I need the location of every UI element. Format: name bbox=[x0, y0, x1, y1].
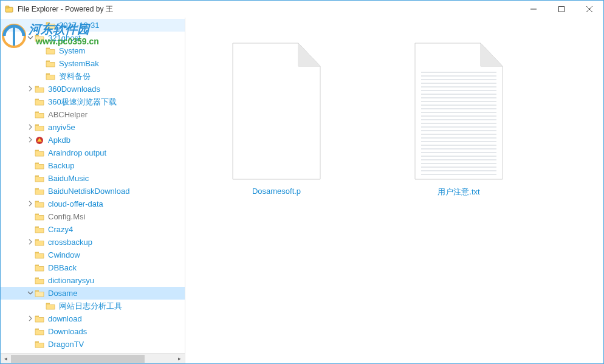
tree-item-label: 360极速浏览器下载 bbox=[48, 97, 117, 108]
sidebar-tree-panel: 河东软件园 www.pc0359.cn 2017-12-31321ghostSy… bbox=[1, 18, 185, 363]
tree-item-label: crossbackup bbox=[48, 238, 92, 247]
tree-item[interactable]: BaiduNetdiskDownload bbox=[1, 185, 185, 197]
tree-item-label: Downloads bbox=[48, 327, 87, 336]
chevron-right-icon[interactable] bbox=[26, 239, 35, 246]
tree-item[interactable]: download bbox=[1, 312, 185, 325]
folder-icon bbox=[35, 213, 44, 221]
chevron-right-icon[interactable] bbox=[26, 86, 35, 93]
chevron-right-icon[interactable] bbox=[26, 201, 35, 208]
tree-item[interactable]: DBBack bbox=[1, 261, 185, 274]
tree-item[interactable]: 360Downloads bbox=[1, 83, 185, 95]
close-button[interactable] bbox=[575, 1, 603, 18]
file-item[interactable]: 用户注意.txt bbox=[404, 42, 513, 197]
tree-item[interactable]: BaiduMusic bbox=[1, 172, 185, 185]
chevron-down-icon[interactable] bbox=[26, 35, 35, 42]
maximize-button[interactable] bbox=[547, 1, 575, 18]
folder-icon bbox=[35, 264, 44, 272]
tree-item-label: 360Downloads bbox=[48, 84, 100, 94]
folder-icon bbox=[35, 34, 44, 43]
folder-icon bbox=[35, 200, 44, 208]
tree-item-label: Crazy4 bbox=[48, 225, 73, 234]
tree-item-label: Dosame bbox=[48, 289, 77, 298]
tree-item-label: dictionarysyu bbox=[48, 276, 94, 285]
svg-rect-3 bbox=[559, 7, 565, 12]
tree-item[interactable]: Araindrop output bbox=[1, 146, 185, 159]
tree-item[interactable]: ABCHelper bbox=[1, 108, 185, 121]
tree-item[interactable]: 资料备份 bbox=[1, 70, 185, 83]
tree-item[interactable]: dictionarysyu bbox=[1, 274, 185, 287]
tree-item-label: BaiduNetdiskDownload bbox=[48, 187, 129, 196]
tree-item-label: ABCHelper bbox=[48, 110, 88, 119]
folder-icon bbox=[35, 328, 44, 336]
folder-icon bbox=[35, 111, 44, 119]
svg-rect-1 bbox=[5, 6, 9, 8]
minimize-button[interactable] bbox=[520, 1, 547, 18]
file-label: Dosamesoft.p bbox=[252, 187, 301, 196]
tree-item-label: download bbox=[48, 314, 82, 323]
tree-item[interactable]: crossbackup bbox=[1, 236, 185, 249]
folder-tree[interactable]: 2017-12-31321ghostSystemSystemBak资料备份360… bbox=[1, 18, 185, 353]
tree-item[interactable]: cloud-offer-data bbox=[1, 197, 185, 210]
folder-icon bbox=[35, 238, 44, 247]
tree-item[interactable]: DragonTV bbox=[1, 338, 185, 351]
file-pane[interactable]: Dosamesoft.p 用户注意.txt bbox=[185, 18, 603, 363]
tree-item-label: BaiduMusic bbox=[48, 174, 89, 183]
folder-icon bbox=[35, 289, 44, 298]
window-title: File Explorer - Powered by 王 bbox=[18, 4, 520, 15]
scroll-right-button[interactable]: ▸ bbox=[174, 354, 185, 364]
tree-item-label: 2017-12-31 bbox=[59, 21, 100, 30]
tree-item[interactable]: System bbox=[1, 44, 185, 57]
content-area: 河东软件园 www.pc0359.cn 2017-12-31321ghostSy… bbox=[1, 18, 603, 363]
tree-item-label: Backup bbox=[48, 161, 74, 170]
tree-item[interactable]: Downloads bbox=[1, 325, 185, 338]
app-icon bbox=[4, 4, 14, 14]
folder-icon bbox=[35, 162, 44, 170]
folder-icon bbox=[35, 225, 44, 234]
scroll-track[interactable] bbox=[11, 354, 174, 363]
tree-item[interactable]: Crazy4 bbox=[1, 223, 185, 236]
tree-item-label: Araindrop output bbox=[48, 148, 106, 157]
titlebar: File Explorer - Powered by 王 bbox=[1, 1, 603, 18]
tree-item-label: anyiv5e bbox=[48, 123, 75, 132]
folder-icon bbox=[46, 47, 55, 55]
tree-item-label: Cwindow bbox=[48, 250, 80, 259]
folder-icon bbox=[35, 174, 44, 183]
chevron-down-icon[interactable] bbox=[26, 290, 35, 297]
tree-item[interactable]: 2017-12-31 bbox=[1, 19, 185, 32]
folder-icon bbox=[35, 340, 44, 349]
tree-item[interactable]: Cwindow bbox=[1, 249, 185, 261]
tree-item-label: cloud-offer-data bbox=[48, 199, 103, 208]
chevron-right-icon[interactable] bbox=[26, 137, 35, 144]
scroll-left-button[interactable]: ◂ bbox=[1, 354, 11, 364]
folder-icon bbox=[46, 72, 55, 81]
tree-item[interactable]: Backup bbox=[1, 159, 185, 172]
tree-item[interactable]: 360极速浏览器下载 bbox=[1, 95, 185, 108]
tree-item-label: DBBack bbox=[48, 263, 77, 272]
tree-item-label: SystemBak bbox=[59, 59, 99, 68]
folder-icon bbox=[46, 21, 55, 30]
tree-item-label: Config.Msi bbox=[48, 212, 85, 221]
scroll-thumb[interactable] bbox=[11, 355, 145, 363]
tree-item-label: 网站日志分析工具 bbox=[59, 301, 122, 312]
tree-item-label: Apkdb bbox=[48, 136, 70, 145]
tree-item[interactable]: 网站日志分析工具 bbox=[1, 300, 185, 312]
tree-item[interactable]: 321ghost bbox=[1, 32, 185, 44]
chevron-right-icon[interactable] bbox=[26, 124, 35, 131]
tree-item[interactable]: SystemBak bbox=[1, 57, 185, 70]
tree-item[interactable]: Config.Msi bbox=[1, 210, 185, 223]
folder-icon bbox=[35, 276, 44, 285]
blank-file-icon bbox=[232, 42, 321, 180]
tree-item[interactable]: Apkdb bbox=[1, 134, 185, 146]
tree-item-label: 321ghost bbox=[48, 33, 81, 43]
tree-item-label: 资料备份 bbox=[59, 71, 91, 82]
horizontal-scrollbar[interactable]: ◂ ▸ bbox=[1, 353, 185, 363]
chevron-right-icon[interactable] bbox=[26, 315, 35, 323]
folder-icon bbox=[35, 251, 44, 259]
folder-icon bbox=[46, 302, 55, 311]
folder-icon bbox=[35, 85, 44, 94]
file-item[interactable]: Dosamesoft.p bbox=[222, 42, 331, 196]
folder-icon bbox=[35, 315, 44, 323]
window-controls bbox=[520, 1, 603, 18]
tree-item[interactable]: anyiv5e bbox=[1, 121, 185, 134]
tree-item[interactable]: Dosame bbox=[1, 287, 185, 300]
